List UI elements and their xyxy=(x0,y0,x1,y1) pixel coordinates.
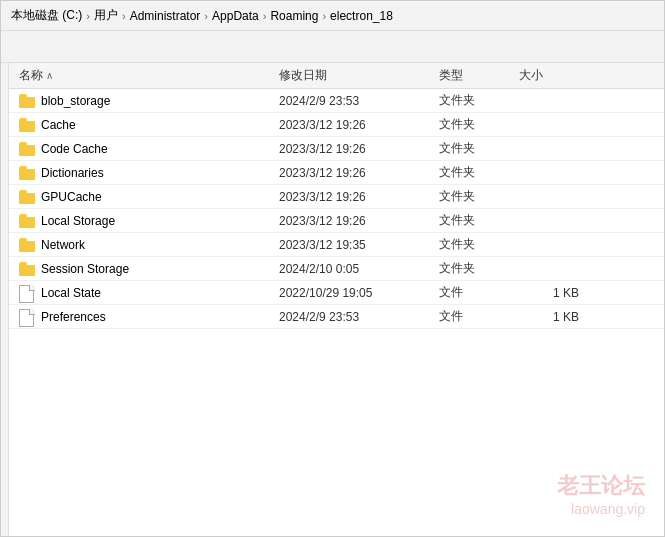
file-type-cell: 文件夹 xyxy=(439,116,519,133)
file-type-cell: 文件夹 xyxy=(439,188,519,205)
file-name-text: Network xyxy=(41,238,85,252)
file-date-cell: 2024/2/10 0:05 xyxy=(279,262,439,276)
file-name-text: Cache xyxy=(41,118,76,132)
breadcrumb-text: Roaming xyxy=(270,9,318,23)
file-name-cell: blob_storage xyxy=(19,94,279,108)
file-name-cell: Preferences xyxy=(19,309,279,325)
file-name-cell: Session Storage xyxy=(19,262,279,276)
file-date-cell: 2022/10/29 19:05 xyxy=(279,286,439,300)
breadcrumb-item[interactable]: AppData xyxy=(212,9,259,23)
table-row[interactable]: Dictionaries2023/3/12 19:26文件夹 xyxy=(9,161,664,185)
breadcrumb-item[interactable]: Roaming xyxy=(270,9,318,23)
file-name-text: Code Cache xyxy=(41,142,108,156)
file-date-cell: 2023/3/12 19:26 xyxy=(279,214,439,228)
breadcrumb-item[interactable]: 本地磁盘 (C:) xyxy=(11,7,82,24)
folder-icon xyxy=(19,214,35,228)
file-type-cell: 文件夹 xyxy=(439,212,519,229)
folder-icon xyxy=(19,190,35,204)
file-size-cell: 1 KB xyxy=(519,310,589,324)
breadcrumb-separator: › xyxy=(122,10,126,22)
column-type-header[interactable]: 类型 xyxy=(439,67,519,84)
folder-icon xyxy=(19,166,35,180)
table-row[interactable]: GPUCache2023/3/12 19:26文件夹 xyxy=(9,185,664,209)
file-date-cell: 2023/3/12 19:26 xyxy=(279,190,439,204)
file-date-cell: 2024/2/9 23:53 xyxy=(279,310,439,324)
folder-icon xyxy=(19,262,35,276)
file-type-cell: 文件 xyxy=(439,284,519,301)
table-row[interactable]: Local State2022/10/29 19:05文件1 KB xyxy=(9,281,664,305)
file-date-cell: 2023/3/12 19:26 xyxy=(279,142,439,156)
table-row[interactable]: Session Storage2024/2/10 0:05文件夹 xyxy=(9,257,664,281)
breadcrumb-item[interactable]: Administrator xyxy=(130,9,201,23)
file-name-cell: Network xyxy=(19,238,279,252)
breadcrumb-text: 用户 xyxy=(94,7,118,24)
breadcrumb-separator: › xyxy=(86,10,90,22)
file-type-cell: 文件夹 xyxy=(439,260,519,277)
breadcrumb-item[interactable]: 用户 xyxy=(94,7,118,24)
file-list: 名称 ∧ 修改日期 类型 大小 blob_storage2024/2/9 23:… xyxy=(9,63,664,536)
file-name-text: Session Storage xyxy=(41,262,129,276)
file-name-cell: GPUCache xyxy=(19,190,279,204)
column-size-header[interactable]: 大小 xyxy=(519,67,589,84)
column-name-header[interactable]: 名称 ∧ xyxy=(19,67,279,84)
file-icon xyxy=(19,309,35,325)
table-row[interactable]: Local Storage2023/3/12 19:26文件夹 xyxy=(9,209,664,233)
file-size-cell: 1 KB xyxy=(519,286,589,300)
file-date-cell: 2023/3/12 19:35 xyxy=(279,238,439,252)
file-type-cell: 文件夹 xyxy=(439,164,519,181)
file-name-text: Dictionaries xyxy=(41,166,104,180)
file-icon xyxy=(19,285,35,301)
table-row[interactable]: Cache2023/3/12 19:26文件夹 xyxy=(9,113,664,137)
file-date-cell: 2024/2/9 23:53 xyxy=(279,94,439,108)
file-name-cell: Local State xyxy=(19,285,279,301)
column-header[interactable]: 名称 ∧ 修改日期 类型 大小 xyxy=(9,63,664,89)
file-date-cell: 2023/3/12 19:26 xyxy=(279,118,439,132)
file-name-text: blob_storage xyxy=(41,94,110,108)
file-name-text: Preferences xyxy=(41,310,106,324)
file-type-cell: 文件夹 xyxy=(439,236,519,253)
column-modified-header[interactable]: 修改日期 xyxy=(279,67,439,84)
folder-icon xyxy=(19,94,35,108)
file-name-text: GPUCache xyxy=(41,190,102,204)
file-rows-container: blob_storage2024/2/9 23:53文件夹Cache2023/3… xyxy=(9,89,664,329)
file-type-cell: 文件夹 xyxy=(439,92,519,109)
breadcrumb[interactable]: 本地磁盘 (C:) › 用户 › Administrator › AppData… xyxy=(1,1,664,31)
table-row[interactable]: blob_storage2024/2/9 23:53文件夹 xyxy=(9,89,664,113)
file-name-cell: Dictionaries xyxy=(19,166,279,180)
breadcrumb-item[interactable]: electron_18 xyxy=(330,9,393,23)
folder-icon xyxy=(19,142,35,156)
file-name-text: Local State xyxy=(41,286,101,300)
breadcrumb-separator: › xyxy=(322,10,326,22)
file-date-cell: 2023/3/12 19:26 xyxy=(279,166,439,180)
file-name-cell: Cache xyxy=(19,118,279,132)
breadcrumb-text: AppData xyxy=(212,9,259,23)
table-row[interactable]: Network2023/3/12 19:35文件夹 xyxy=(9,233,664,257)
content-area: 名称 ∧ 修改日期 类型 大小 blob_storage2024/2/9 23:… xyxy=(1,63,664,536)
breadcrumb-separator: › xyxy=(263,10,267,22)
file-name-cell: Code Cache xyxy=(19,142,279,156)
breadcrumb-text: electron_18 xyxy=(330,9,393,23)
file-name-text: Local Storage xyxy=(41,214,115,228)
breadcrumb-separator: › xyxy=(204,10,208,22)
file-explorer-window: 本地磁盘 (C:) › 用户 › Administrator › AppData… xyxy=(0,0,665,537)
breadcrumb-text: 本地磁盘 (C:) xyxy=(11,7,82,24)
table-row[interactable]: Code Cache2023/3/12 19:26文件夹 xyxy=(9,137,664,161)
toolbar xyxy=(1,31,664,63)
sidebar xyxy=(1,63,9,536)
folder-icon xyxy=(19,118,35,132)
file-name-cell: Local Storage xyxy=(19,214,279,228)
sort-arrow: ∧ xyxy=(46,70,53,81)
breadcrumb-text: Administrator xyxy=(130,9,201,23)
folder-icon xyxy=(19,238,35,252)
table-row[interactable]: Preferences2024/2/9 23:53文件1 KB xyxy=(9,305,664,329)
file-type-cell: 文件夹 xyxy=(439,140,519,157)
file-type-cell: 文件 xyxy=(439,308,519,325)
